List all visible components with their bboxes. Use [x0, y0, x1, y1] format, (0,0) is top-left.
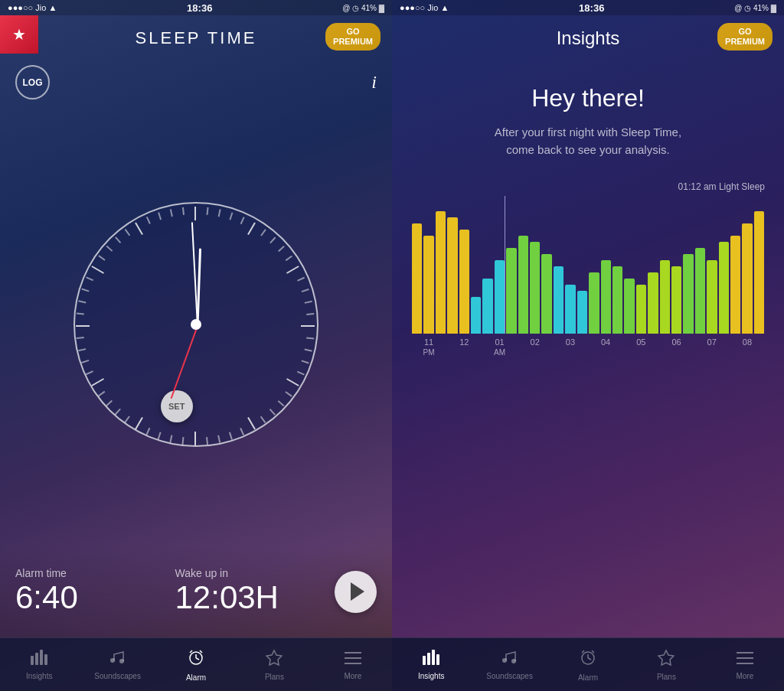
tab-label-alarm-right: Alarm	[578, 673, 598, 682]
chart-bar	[554, 266, 564, 334]
tab-soundscapes-right[interactable]: Soundscapes	[470, 646, 548, 684]
chart-bar	[719, 242, 729, 334]
more-icon-left	[345, 650, 361, 670]
left-controls: LOG i	[0, 61, 392, 103]
tab-label-insights-right: Insights	[418, 672, 444, 680]
chart-x-axis: 11PM1201AM02030405060708	[407, 334, 769, 357]
svg-point-22	[511, 659, 516, 663]
wake-time-value: 12:03H	[175, 579, 335, 616]
more-icon-right	[737, 650, 753, 670]
left-time: 18:36	[187, 2, 212, 14]
chart-bar	[636, 285, 646, 334]
play-button[interactable]	[335, 571, 377, 613]
svg-rect-20	[436, 654, 439, 665]
right-header: Insights GOPREMIUM	[392, 15, 784, 61]
tab-soundscapes-left[interactable]: Soundscapes	[78, 646, 156, 684]
chart-bar	[624, 279, 634, 334]
alarm-icon	[187, 648, 205, 671]
hey-text: Hey there!	[531, 84, 645, 112]
chart-bar	[730, 236, 740, 334]
chart-bar	[447, 217, 457, 334]
right-status-bar: ●●●○○ Jio ▲ 18:36 @ ◷ 41% ▓	[392, 0, 784, 15]
tab-alarm-right[interactable]: Alarm	[549, 644, 627, 686]
chart-bar	[423, 236, 433, 334]
log-button[interactable]: LOG	[15, 65, 50, 99]
chart-bar	[459, 230, 469, 334]
insights-icon-right	[422, 650, 440, 670]
tab-label-soundscapes-left: Soundscapes	[94, 672, 141, 680]
x-axis-label: 02	[518, 337, 553, 357]
x-axis-label: 08	[730, 337, 765, 357]
chart-bar	[482, 279, 492, 334]
svg-line-0	[198, 249, 200, 326]
chart-bar	[506, 248, 516, 334]
analog-clock[interactable]: SET	[74, 202, 318, 447]
tab-plans-right[interactable]: Plans	[627, 645, 705, 685]
tab-plans-left[interactable]: Plans	[235, 645, 313, 685]
chart-bar	[577, 291, 587, 334]
svg-rect-19	[432, 650, 435, 665]
star-button[interactable]: ★	[0, 15, 38, 54]
right-panel: ●●●○○ Jio ▲ 18:36 @ ◷ 41% ▓ Insights GOP…	[392, 0, 784, 691]
plans-icon-right	[658, 649, 675, 670]
svg-rect-18	[427, 653, 430, 665]
svg-rect-5	[40, 650, 43, 665]
left-status-bar: ●●●○○ Jio ▲ 18:36 @ ◷ 41% ▓	[0, 0, 392, 15]
svg-line-2	[172, 326, 198, 398]
tab-alarm-left[interactable]: Alarm	[157, 644, 235, 686]
tab-label-more-right: More	[736, 672, 753, 680]
chart-bar	[683, 254, 693, 334]
right-tab-bar: Insights Soundscapes	[392, 637, 784, 691]
play-icon	[351, 582, 364, 601]
chart-label: 01:12 am Light Sleep	[407, 181, 769, 192]
chart-bar	[412, 223, 422, 334]
x-axis-label: 01AM	[482, 337, 517, 357]
chart-bar	[565, 285, 575, 334]
chart-bar	[707, 260, 717, 334]
wake-info: Wake up in 12:03H	[175, 567, 335, 616]
alarm-info: Alarm time 6:40	[15, 567, 175, 616]
svg-line-1	[192, 223, 198, 326]
alarm-icon-right	[579, 648, 597, 671]
tab-more-left[interactable]: More	[314, 646, 392, 684]
svg-point-21	[502, 658, 507, 663]
right-premium-button[interactable]: GOPREMIUM	[717, 23, 773, 51]
alarm-time-value: 6:40	[15, 579, 175, 616]
x-axis-label: 03	[553, 337, 588, 357]
svg-line-25	[588, 658, 591, 660]
tab-more-right[interactable]: More	[706, 646, 784, 684]
clock-container: SET	[0, 103, 392, 546]
left-premium-button[interactable]: GOPREMIUM	[325, 23, 381, 51]
chart-bar	[742, 223, 752, 334]
tab-label-more-left: More	[344, 672, 361, 680]
right-carrier: ●●●○○ Jio ▲	[400, 3, 449, 12]
svg-line-11	[196, 658, 199, 660]
svg-line-27	[592, 650, 594, 653]
x-axis-label: 05	[623, 337, 658, 357]
chart-bar	[541, 254, 551, 334]
chart-bar	[754, 211, 764, 334]
x-axis-label: 04	[588, 337, 623, 357]
tab-label-insights-left: Insights	[26, 672, 52, 680]
svg-line-12	[190, 650, 192, 653]
svg-line-26	[582, 650, 584, 653]
svg-line-13	[200, 650, 202, 653]
clock-center	[191, 319, 201, 330]
chart-bar	[695, 248, 705, 334]
chart-bar	[671, 266, 681, 334]
tab-insights-right[interactable]: Insights	[392, 646, 470, 684]
svg-rect-4	[35, 653, 38, 665]
alarm-label: Alarm time	[15, 567, 175, 579]
tab-insights-left[interactable]: Insights	[0, 646, 78, 684]
chart-bar	[436, 211, 446, 334]
info-icon[interactable]: i	[371, 72, 377, 93]
left-tab-bar: Insights Soundscapes	[0, 637, 392, 691]
chart-bar	[471, 297, 481, 334]
x-axis-label: 12	[446, 337, 482, 357]
tab-label-plans-left: Plans	[265, 673, 284, 681]
svg-point-7	[110, 658, 115, 663]
chart-area	[407, 196, 769, 334]
insights-content: Hey there! After your first night with S…	[392, 61, 784, 637]
right-battery: @ ◷ 41% ▓	[734, 4, 776, 12]
chart-bar	[648, 272, 658, 334]
